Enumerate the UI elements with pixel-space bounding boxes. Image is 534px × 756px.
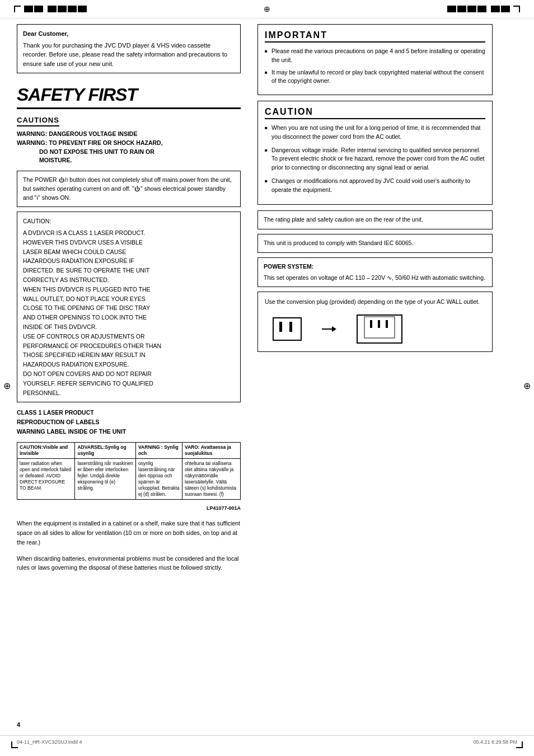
svg-rect-1 [279, 322, 282, 332]
center-reg-mark: ⊕ [264, 4, 270, 13]
laser-line: HAZARDOUS RADIATION EXPOSURE. [23, 360, 235, 369]
block5 [68, 6, 77, 12]
block4 [58, 6, 67, 12]
wt-col4-header: VARO: Avattaessa ja suojalukitus [182, 442, 240, 458]
laser-line: USE OF CONTROLS OR ADJUSTMENTS OR [23, 332, 235, 341]
warning-table-header-row: CAUTION:Visible and invisible ADVARSEL:S… [17, 442, 241, 458]
laser-line: PERFORMANCE OF PROCEDURES OTHER THAN [23, 341, 235, 351]
block7 [447, 6, 456, 12]
dear-customer-body: Thank you for purchasing the JVC DVD pla… [23, 41, 235, 69]
svg-rect-7 [370, 320, 372, 328]
dear-customer-box: Dear Customer, Thank you for purchasing … [17, 24, 241, 73]
svg-rect-0 [273, 318, 301, 340]
important-list-item: It may be unlawful to record or play bac… [265, 68, 485, 86]
laser-line: HOWEVER THIS DVD/VCR USES A VISIBLE [23, 238, 235, 247]
left-column: Dear Customer, Thank you for purchasing … [17, 24, 252, 579]
caution-right-list-item: Changes or modifications not approved by… [265, 177, 485, 195]
laser-line: YOURSELF. REFER SERVICING TO QUALIFIED [23, 379, 235, 388]
block1 [24, 6, 33, 12]
page: ⊕ ⊕ ⊕ Dear Customer, Thank you for purch… [0, 0, 534, 756]
class1-line: REPRODUCTION OF LABELS [17, 417, 241, 427]
power-box-text: The POWER ⏻/ı button does not completely… [23, 176, 232, 201]
rating-plate-text: The rating plate and safety caution are … [264, 216, 423, 223]
caution-right-list-item: Dangerous voltage inside. Refer internal… [265, 146, 485, 172]
caution-right-list: When you are not using the unit for a lo… [265, 124, 485, 194]
block9 [467, 6, 476, 12]
laser-line: HAZARDOUS RADIATION EXPOSURE IF [23, 256, 235, 266]
header-blocks-left [24, 6, 87, 12]
header-blocks-right [447, 6, 510, 12]
safety-first-underline [17, 107, 241, 109]
caution-right-box: CAUTION When you are not using the unit … [257, 101, 493, 205]
laser-lines: A DVD/VCR IS A CLASS 1 LASER PRODUCT.HOW… [23, 228, 235, 397]
caution-line1: WARNING: DANGEROUS VOLTAGE INSIDE [17, 130, 241, 139]
batteries-para: When discarding batteries, environmental… [17, 554, 241, 573]
dear-customer-title: Dear Customer, [23, 29, 235, 39]
iec-standard-box: This unit is produced to comply with Sta… [257, 234, 493, 253]
iec-standard-text: This unit is produced to comply with Sta… [264, 240, 413, 246]
wt-col1-header: CAUTION:Visible and invisible [17, 442, 75, 458]
arrow-svg [321, 323, 338, 335]
warning-table: CAUTION:Visible and invisible ADVARSEL:S… [17, 442, 241, 500]
block8 [457, 6, 466, 12]
plug-a-svg [270, 315, 304, 343]
right-reg-mark: ⊕ [523, 381, 531, 391]
corner-mark-bl [11, 741, 18, 748]
laser-line: CORRECTLY AS INSTRUCTED. [23, 275, 235, 285]
important-heading: IMPORTANT [265, 30, 485, 43]
corner-mark-tl [14, 6, 21, 12]
cautions-section: CAUTIONS WARNING: DANGEROUS VOLTAGE INSI… [17, 116, 241, 165]
lp-number-row: LP41077-001A [17, 505, 241, 511]
wt-col2-body: laserstråling når maskinen er åben eller… [75, 458, 136, 499]
warning-table-body-row: laser radiation when open and interlock … [17, 458, 241, 499]
laser-line: PERSONNEL. [23, 388, 235, 398]
page-number: 4 [17, 721, 20, 728]
svg-rect-9 [386, 320, 388, 328]
laser-line: DIRECTED. BE SURE TO OPERATE THE UNIT [23, 266, 235, 275]
top-header: ⊕ [0, 0, 534, 18]
laser-line: AND OTHER OPENINGS TO LOOK INTO THE [23, 313, 235, 322]
block11 [491, 6, 500, 12]
corner-mark-br [516, 741, 523, 748]
svg-rect-2 [289, 322, 292, 332]
main-content: Dear Customer, Thank you for purchasing … [0, 18, 534, 585]
power-system-title: POWER SYSTEM: [264, 262, 486, 271]
laser-line: LASER BEAM WHICH COULD CAUSE [23, 247, 235, 257]
laser-line: A DVD/VCR IS A CLASS 1 LASER PRODUCT. [23, 228, 235, 238]
footer-right: 05.4.21 6:29:58 PM [473, 739, 517, 745]
safety-first-heading: SAFETY FIRST [17, 84, 241, 109]
plug-illustration [265, 312, 485, 346]
laser-line: THOSE SPECIFIED HEREIN MAY RESULT IN [23, 350, 235, 360]
lp-number: LP41077-001A [207, 505, 241, 511]
laser-line: INSIDE OF THIS DVD/VCR. [23, 322, 235, 332]
wt-col1-body: laser radiation when open and interlock … [17, 458, 75, 499]
laser-line: WHEN THIS DVD/VCR IS PLUGGED INTO THE [23, 285, 235, 294]
cautions-text: WARNING: DANGEROUS VOLTAGE INSIDE WARNIN… [17, 130, 241, 165]
important-list: Please read the various precautions on p… [265, 47, 485, 86]
wt-col3-body: osynlig laserstrålning när den öppnas oc… [136, 458, 182, 499]
wt-col2-header: ADVARSEL:Synlig og usynlig [75, 442, 136, 458]
block12 [501, 6, 510, 12]
laser-box: CAUTION: A DVD/VCR IS A CLASS 1 LASER PR… [17, 212, 241, 402]
wt-col3-header: VARNING : Synlig och [136, 442, 182, 458]
block6 [78, 6, 87, 12]
caution-line3: DO NOT EXPOSE THIS UNIT TO RAIN OR [39, 148, 241, 157]
power-system-box: POWER SYSTEM: This set operates on volta… [257, 257, 493, 288]
svg-marker-4 [332, 326, 336, 332]
important-box: IMPORTANT Please read the various precau… [257, 24, 493, 95]
laser-caution-label: CAUTION: [23, 217, 235, 226]
caution-right-list-item: When you are not using the unit for a lo… [265, 124, 485, 142]
laser-line: CLOSE TO THE OPENING OF THE DISC TRAY [23, 303, 235, 313]
ventilation-para: When the equipment is installed in a cab… [17, 519, 241, 547]
block2 [34, 6, 43, 12]
plug-b-svg [354, 312, 405, 346]
caution-right-heading: CAUTION [265, 107, 485, 119]
block10 [477, 6, 486, 12]
right-column: IMPORTANT Please read the various precau… [252, 24, 493, 579]
class1-line: WARNING LABEL INSIDE OF THE UNIT [17, 427, 241, 436]
corner-mark-tr [513, 6, 520, 12]
wt-col4-body: ohteltuna tai viallisena olet alttiina n… [182, 458, 240, 499]
caution-line2: WARNING: TO PREVENT FIRE OR SHOCK HAZARD… [17, 139, 241, 148]
power-system-text: This set operates on voltage of AC 110 –… [264, 274, 486, 283]
svg-rect-8 [378, 320, 380, 328]
